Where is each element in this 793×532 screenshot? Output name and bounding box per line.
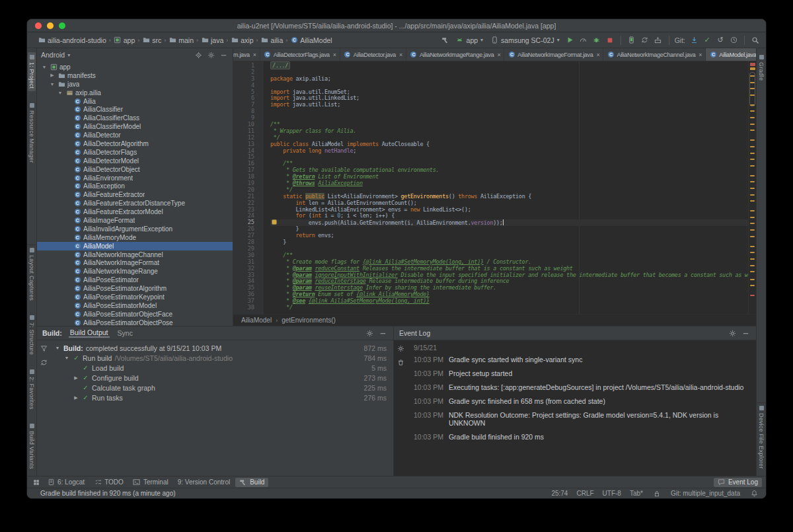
- tree-item-ailiainvalidargumentexception[interactable]: CAiliaInvalidArgumentException: [37, 225, 233, 233]
- code-line-2[interactable]: [270, 69, 748, 76]
- tool-tab-build[interactable]: Build: [235, 478, 268, 487]
- encoding-widget[interactable]: UTF-8: [603, 490, 621, 497]
- tree-item-ailiaposeestimator[interactable]: CAiliaPoseEstimator: [37, 276, 233, 284]
- git-branch-widget[interactable]: Git: multiple_input_data: [671, 490, 740, 497]
- quickfix-bulb-icon[interactable]: [272, 219, 277, 225]
- sync-button[interactable]: [640, 35, 650, 45]
- code-line-38[interactable]: */: [270, 305, 748, 311]
- warning-stripe-mark[interactable]: [750, 223, 755, 224]
- tree-item-ailiamodel[interactable]: CAiliaModel: [37, 242, 233, 250]
- code-line-15[interactable]: [270, 154, 748, 161]
- build-tree-row[interactable]: ✓Load build5 ms: [50, 363, 393, 373]
- tree-chevron-icon[interactable]: ▶: [49, 73, 56, 78]
- run-config-select[interactable]: app ▾: [454, 36, 486, 44]
- minus-button[interactable]: [740, 328, 751, 338]
- breadcrumb-item-ailia[interactable]: ailia: [260, 36, 285, 44]
- tool-button-resource-manager[interactable]: Resource Manager: [28, 100, 36, 166]
- editor-breadcrumb-ailiamodel[interactable]: AiliaModel: [241, 317, 272, 324]
- tree-item-app[interactable]: ▼app: [37, 63, 233, 71]
- warning-stripe-mark[interactable]: [750, 159, 755, 160]
- tree-item-ailiaclassifier[interactable]: CAiliaClassifier: [37, 105, 233, 114]
- tool-window-switcher-button[interactable]: [31, 477, 42, 487]
- warning-stripe-mark[interactable]: [750, 110, 755, 112]
- gear-button[interactable]: [206, 50, 216, 60]
- gear-button[interactable]: [395, 344, 406, 354]
- warning-stripe-mark[interactable]: [750, 194, 755, 196]
- code-line-29[interactable]: [270, 246, 748, 252]
- tree-item-ailiaclassifierclass[interactable]: CAiliaClassifierClass: [37, 114, 233, 122]
- breadcrumb-item-axip[interactable]: axip: [229, 36, 254, 44]
- check-button[interactable]: ✓: [702, 35, 712, 45]
- close-tab-icon[interactable]: ×: [699, 52, 702, 58]
- tree-item-ailia[interactable]: CAilia: [37, 97, 233, 106]
- code-line-6[interactable]: import java.util.LinkedList;: [270, 95, 748, 102]
- warning-stripe-mark[interactable]: [750, 252, 755, 253]
- tree-item-ailiadetectorobject[interactable]: CAiliaDetectorObject: [37, 165, 233, 174]
- hammer-button[interactable]: [440, 35, 451, 45]
- tree-item-ailiafeatureextractormodel[interactable]: CAiliaFeatureExtractorModel: [37, 208, 233, 216]
- tree-item-java[interactable]: ▼java: [37, 80, 233, 89]
- warning-stripe-mark[interactable]: [750, 104, 755, 106]
- tree-item-ailiaposeestimatorobjectface[interactable]: CAiliaPoseEstimatorObjectFace: [37, 310, 233, 319]
- warning-stripe-mark[interactable]: [750, 153, 755, 154]
- warning-stripe-mark[interactable]: [750, 130, 755, 131]
- code-line-7[interactable]: import java.util.List;: [270, 102, 748, 108]
- editor-tab-m-java[interactable]: Cm.java×: [233, 48, 260, 61]
- editor-tab-ailianetworkimageformat-java[interactable]: CAiliaNetworkImageFormat.java×: [504, 48, 603, 61]
- minus-button[interactable]: [218, 50, 229, 60]
- event-log-entry[interactable]: 10:03 PMGradle sync finished in 658 ms (…: [414, 397, 749, 405]
- status-message[interactable]: Gradle build finished in 920 ms (a minut…: [40, 490, 176, 497]
- warning-stripe-mark[interactable]: [750, 285, 755, 286]
- warning-stripe-mark[interactable]: [750, 165, 755, 167]
- event-log-entry[interactable]: 10:03 PMExecuting tasks: [:app:generateD…: [414, 383, 749, 391]
- git-down-button[interactable]: [689, 35, 699, 45]
- warning-stripe-mark[interactable]: [750, 124, 755, 125]
- device-select[interactable]: samsung SC-02J ▾: [488, 36, 562, 44]
- tree-item-axip-ailia[interactable]: ▼axip.ailia: [37, 89, 233, 97]
- editor-tab-ailianetworkimagerange-java[interactable]: CAiliaNetworkImageRange.java×: [406, 48, 504, 61]
- sync-button[interactable]: [38, 358, 49, 367]
- code-editor[interactable]: /.../package axip.ailia;import java.util…: [264, 61, 748, 314]
- inspections-error-widget[interactable]: [750, 63, 755, 66]
- editor-breadcrumb-getenvironments[interactable]: getEnvironments(): [282, 317, 336, 324]
- trash-button[interactable]: [395, 358, 406, 367]
- warning-stripe-mark[interactable]: [750, 139, 755, 141]
- gutter-line-6[interactable]: 6: [233, 95, 264, 102]
- stop-button[interactable]: [605, 35, 615, 45]
- build-tree-row[interactable]: ▼Build: completed successfully at 9/15/2…: [50, 343, 393, 353]
- tool-tab-9-version-control[interactable]: 9: Version Control: [174, 478, 235, 486]
- breadcrumb-item-src[interactable]: src: [141, 36, 163, 44]
- warning-stripe-mark[interactable]: [750, 88, 755, 89]
- error-stripe-mark[interactable]: [750, 295, 755, 296]
- history-button[interactable]: [728, 35, 739, 45]
- tool-tab-6-logcat[interactable]: 6: Logcat: [43, 478, 89, 487]
- warning-stripe-mark[interactable]: [750, 246, 755, 247]
- tree-item-ailiadetectormodel[interactable]: CAiliaDetectorModel: [37, 157, 233, 165]
- tree-item-ailianetworkimagechannel[interactable]: CAiliaNetworkImageChannel: [37, 250, 233, 259]
- editor-tab-ailiadetectorflags-java[interactable]: CAiliaDetectorFlags.java×: [260, 48, 340, 61]
- editor-tab-ailianetworkimagechannel-java[interactable]: CAiliaNetworkImageChannel.java×: [603, 48, 706, 61]
- warning-stripe-mark[interactable]: [750, 117, 755, 118]
- tree-item-ailianetworkimageformat[interactable]: CAiliaNetworkImageFormat: [37, 258, 233, 267]
- warning-stripe-mark[interactable]: [750, 175, 755, 176]
- tree-item-ailiaposeestimatormodel[interactable]: CAiliaPoseEstimatorModel: [37, 301, 233, 310]
- search-button[interactable]: [750, 35, 761, 45]
- editor-tab-ailiamodel-java[interactable]: CAiliaModel.java×: [706, 48, 756, 61]
- warning-stripe-mark[interactable]: [750, 271, 755, 272]
- tree-item-manifests[interactable]: ▶manifests: [37, 71, 233, 80]
- tool-button-gradle[interactable]: Gradle: [757, 52, 765, 83]
- event-log-entry[interactable]: 10:03 PMGradle sync started with single-…: [414, 356, 749, 363]
- warning-stripe-mark[interactable]: [750, 75, 755, 77]
- tree-item-ailiamemorymode[interactable]: CAiliaMemoryMode: [37, 233, 233, 242]
- bug-button[interactable]: [591, 35, 602, 45]
- code-line-19[interactable]: * @throws AiliaException: [270, 180, 748, 187]
- tree-item-ailiadetector[interactable]: CAiliaDetector: [37, 131, 233, 139]
- gutter-line-1[interactable]: 1: [233, 63, 264, 69]
- warning-stripe-mark[interactable]: [750, 265, 755, 266]
- warning-stripe-mark[interactable]: [750, 188, 755, 189]
- code-line-1[interactable]: /.../: [270, 63, 748, 69]
- tree-chevron-icon[interactable]: ▼: [41, 65, 48, 69]
- breadcrumb-item-ailia-android-studio[interactable]: ailia-android-studio: [36, 36, 108, 44]
- tool-button-7-structure[interactable]: 7: Structure: [28, 313, 36, 358]
- tree-chevron-icon[interactable]: ▶: [73, 395, 79, 400]
